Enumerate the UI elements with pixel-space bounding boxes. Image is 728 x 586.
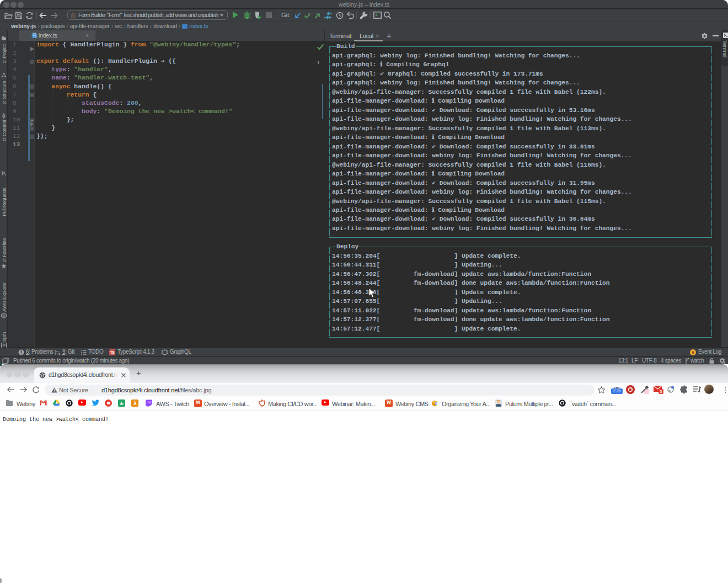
svg-text:TS: TS (33, 35, 36, 38)
